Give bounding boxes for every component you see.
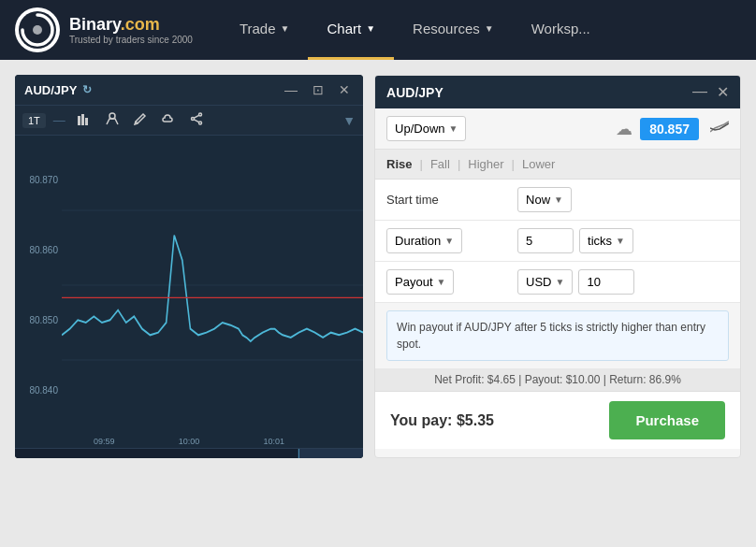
nav-items: Trade ▼ Chart ▼ Resources ▼ Worksp... bbox=[221, 0, 741, 60]
net-profit-row: Net Profit: $4.65 | Payout: $10.00 | Ret… bbox=[375, 368, 740, 392]
chart-minimize-icon[interactable]: — bbox=[281, 80, 301, 99]
svg-point-5 bbox=[109, 113, 115, 119]
sub-type-lower[interactable]: Lower bbox=[522, 157, 555, 171]
payout-currency-arrow-icon: ▼ bbox=[556, 277, 565, 287]
current-price-badge: 80.857 bbox=[640, 118, 699, 140]
mini-chart-line: 09:50 10:00 10:00 bbox=[15, 449, 363, 458]
svg-rect-4 bbox=[85, 118, 88, 125]
navbar: Binary.com Trusted by traders since 2000… bbox=[0, 0, 756, 60]
chart-window-controls: — ⊡ ✕ bbox=[281, 80, 354, 99]
payout-type-selector[interactable]: Payout ▼ bbox=[386, 269, 454, 295]
sub-type-row: Rise | Fall | Higher | Lower bbox=[375, 150, 740, 180]
chart-scroll-icon: ▼ bbox=[342, 113, 356, 128]
y-label-2: 80.860 bbox=[19, 245, 58, 255]
trade-arrow-icon: ▼ bbox=[281, 23, 290, 34]
weather-icon: ☁ bbox=[616, 119, 632, 139]
trading-window-controls: — ✕ bbox=[692, 83, 729, 101]
trading-panel: AUD/JPY — ✕ Up/Down ▼ ☁ 80.857 bbox=[374, 75, 741, 458]
sub-type-fall[interactable]: Fall bbox=[430, 157, 450, 171]
logo: Binary.com Trusted by traders since 2000 bbox=[15, 7, 193, 52]
you-pay-label: You pay: $5.35 bbox=[390, 412, 494, 429]
payout-inputs: USD ▼ bbox=[517, 269, 729, 295]
pencil-icon[interactable] bbox=[129, 109, 152, 131]
trading-symbol: AUD/JPY bbox=[386, 85, 443, 100]
duration-type-selector[interactable]: Duration ▼ bbox=[386, 228, 462, 253]
chart-symbol: AUD/JPY bbox=[24, 83, 77, 97]
trend-icon bbox=[710, 121, 729, 137]
payout-arrow-icon: ▼ bbox=[437, 277, 446, 287]
cloud-icon[interactable] bbox=[157, 109, 180, 131]
y-label-4: 80.840 bbox=[19, 385, 58, 396]
contract-type-selector[interactable]: Up/Down ▼ bbox=[386, 116, 466, 141]
x-axis: 09:59 10:00 10:01 bbox=[15, 435, 363, 448]
contract-type-arrow-icon: ▼ bbox=[449, 123, 458, 134]
duration-label-group: Duration ▼ bbox=[386, 228, 517, 253]
chart-title-group: AUD/JPY ↻ bbox=[24, 83, 92, 97]
chart-line bbox=[62, 136, 363, 435]
nav-item-chart[interactable]: Chart ▼ bbox=[308, 0, 394, 60]
duration-arrow-icon: ▼ bbox=[444, 236, 454, 246]
duration-value-input[interactable] bbox=[517, 228, 574, 253]
chart-header: AUD/JPY ↻ — ⊡ ✕ bbox=[15, 75, 363, 106]
sub-type-higher[interactable]: Higher bbox=[468, 157, 503, 171]
info-text: Win payout if AUD/JPY after 5 ticks is s… bbox=[397, 321, 705, 351]
mini-chart: 09:50 10:00 10:00 ◼◼◼ bbox=[15, 448, 363, 458]
svg-rect-18 bbox=[298, 449, 363, 458]
payout-amount-input[interactable] bbox=[578, 269, 634, 295]
duration-unit-selector[interactable]: ticks ▼ bbox=[579, 228, 633, 253]
payout-currency-label: USD bbox=[526, 275, 551, 289]
chart-toolbar: 1T — bbox=[15, 106, 363, 136]
sub-type-rise[interactable]: Rise bbox=[386, 157, 412, 171]
nav-item-trade[interactable]: Trade ▼ bbox=[221, 0, 309, 60]
resources-arrow-icon: ▼ bbox=[485, 23, 494, 34]
payout-label: Payout bbox=[395, 275, 432, 289]
duration-label: Duration bbox=[395, 234, 441, 248]
svg-point-1 bbox=[33, 25, 42, 35]
contract-type-row: Up/Down ▼ ☁ 80.857 bbox=[375, 108, 740, 150]
y-axis: 80.870 80.860 80.850 80.840 bbox=[15, 136, 62, 435]
svg-rect-3 bbox=[81, 114, 84, 125]
net-profit-text: Net Profit: $4.65 | Payout: $10.00 | Ret… bbox=[434, 373, 681, 386]
chart-close-icon[interactable]: ✕ bbox=[335, 80, 354, 99]
payout-row: Payout ▼ USD ▼ bbox=[375, 262, 740, 303]
logo-text: Binary.com bbox=[69, 15, 193, 35]
trading-minimize-icon[interactable]: — bbox=[692, 83, 707, 101]
purchase-row: You pay: $5.35 Purchase bbox=[375, 392, 740, 449]
chart-expand-icon[interactable]: ⊡ bbox=[309, 80, 327, 99]
chart-refresh-icon[interactable]: ↻ bbox=[82, 83, 92, 96]
start-time-value: Now bbox=[526, 193, 550, 207]
y-label-1: 80.870 bbox=[19, 175, 58, 185]
start-time-row: Start time Now ▼ bbox=[375, 180, 740, 221]
trading-header: AUD/JPY — ✕ bbox=[375, 76, 740, 108]
bar-chart-icon[interactable] bbox=[73, 109, 95, 131]
payout-label-group: Payout ▼ bbox=[386, 269, 517, 295]
svg-rect-2 bbox=[78, 116, 80, 125]
start-time-inputs: Now ▼ bbox=[517, 187, 729, 212]
svg-point-8 bbox=[191, 118, 194, 121]
start-time-selector[interactable]: Now ▼ bbox=[517, 187, 572, 212]
svg-line-10 bbox=[194, 120, 198, 122]
trading-close-icon[interactable]: ✕ bbox=[717, 83, 729, 101]
info-box: Win payout if AUD/JPY after 5 ticks is s… bbox=[386, 310, 729, 361]
chart-arrow-icon: ▼ bbox=[366, 23, 375, 34]
svg-point-6 bbox=[198, 113, 201, 116]
toolbar-separator-1: — bbox=[53, 113, 65, 127]
duration-unit-arrow-icon: ▼ bbox=[616, 236, 625, 246]
start-time-label-group: Start time bbox=[386, 193, 517, 207]
duration-row: Duration ▼ ticks ▼ bbox=[375, 221, 740, 262]
balance-icon[interactable] bbox=[101, 109, 124, 131]
svg-point-7 bbox=[198, 122, 201, 124]
svg-line-9 bbox=[194, 115, 198, 118]
nav-item-workspace[interactable]: Worksp... bbox=[513, 0, 609, 60]
purchase-button[interactable]: Purchase bbox=[609, 401, 725, 439]
x-label-1: 09:59 bbox=[94, 437, 115, 446]
x-label-3: 10:01 bbox=[263, 437, 284, 446]
start-time-label: Start time bbox=[386, 193, 439, 207]
logo-icon bbox=[15, 7, 60, 52]
timeframe-selector[interactable]: 1T bbox=[22, 113, 46, 128]
nav-item-resources[interactable]: Resources ▼ bbox=[394, 0, 513, 60]
share-icon[interactable] bbox=[185, 109, 208, 131]
chart-area: 80.870 80.860 80.850 80.840 bbox=[15, 136, 363, 435]
main-content: AUD/JPY ↻ — ⊡ ✕ 1T — bbox=[0, 60, 756, 547]
payout-currency-selector[interactable]: USD ▼ bbox=[517, 269, 573, 295]
